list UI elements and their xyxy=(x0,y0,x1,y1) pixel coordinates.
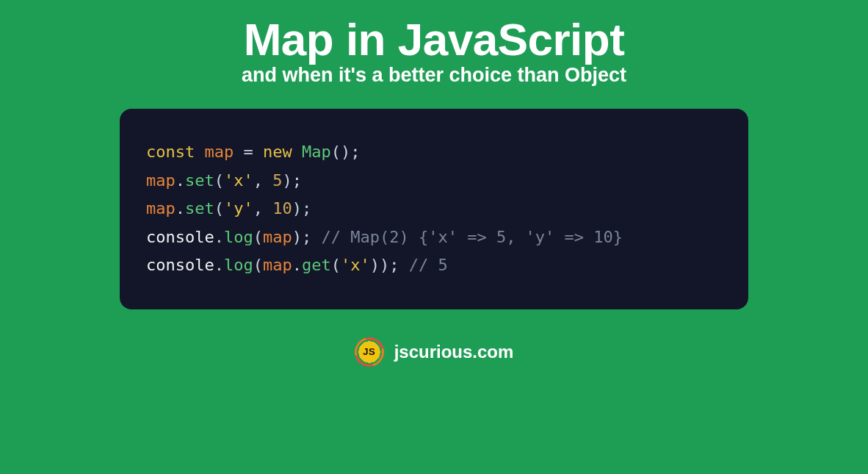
code-line-4: console.log(map); // Map(2) {'x' => 5, '… xyxy=(146,223,722,252)
token-set: set xyxy=(185,199,214,218)
token-dot: . xyxy=(214,228,224,246)
token-comment-map2: // Map(2) {'x' => 5, 'y' => 10} xyxy=(321,228,623,246)
page-subtitle: and when it's a better choice than Objec… xyxy=(242,64,626,87)
token-close: ); xyxy=(283,171,303,190)
token-open: ( xyxy=(253,256,263,274)
token-close: ); xyxy=(380,256,409,274)
token-open: ( xyxy=(253,228,263,246)
logo-text: JS xyxy=(363,346,375,357)
token-set: set xyxy=(185,171,214,190)
token-str-y: 'y' xyxy=(224,199,253,218)
token-comma: , xyxy=(253,171,273,190)
token-parens: (); xyxy=(331,143,361,161)
footer: JS jscurious.com xyxy=(355,337,514,367)
token-comment-5: // 5 xyxy=(409,256,448,274)
token-const: const xyxy=(146,143,195,161)
token-str-x: 'x' xyxy=(341,256,370,274)
token-map: map xyxy=(146,199,176,218)
token-open2: ( xyxy=(331,256,341,274)
token-open: ( xyxy=(214,199,224,218)
token-close2: ) xyxy=(370,256,380,274)
code-line-2: map.set('x', 5); xyxy=(146,167,722,195)
token-dot: . xyxy=(176,199,185,218)
token-eq: = xyxy=(234,143,263,161)
token-dot: . xyxy=(214,256,224,274)
token-map-arg: map xyxy=(263,256,292,274)
token-num-10: 10 xyxy=(272,199,292,218)
token-console: console xyxy=(146,256,214,274)
code-line-3: map.set('y', 10); xyxy=(146,195,722,223)
site-name: jscurious.com xyxy=(394,342,514,362)
token-Map-class: Map xyxy=(302,143,331,161)
token-new: new xyxy=(263,143,292,161)
token-map-var: map xyxy=(204,143,234,161)
token-map-arg: map xyxy=(263,228,292,246)
token-log: log xyxy=(224,228,253,246)
token-comma: , xyxy=(253,199,273,218)
token-num-5: 5 xyxy=(272,171,282,190)
token-get: get xyxy=(302,256,331,274)
token-close: ); xyxy=(292,228,322,246)
token-map: map xyxy=(146,171,176,190)
code-line-1: const map = new Map(); xyxy=(146,138,722,167)
token-dot: . xyxy=(292,256,302,274)
token-dot: . xyxy=(176,171,185,190)
token-log: log xyxy=(224,256,253,274)
token-open: ( xyxy=(214,171,224,190)
code-line-5: console.log(map.get('x')); // 5 xyxy=(146,251,722,280)
js-logo-icon: JS xyxy=(355,337,384,367)
page-title: Map in JavaScript xyxy=(244,13,625,65)
token-str-x: 'x' xyxy=(224,171,253,190)
code-snippet: const map = new Map(); map.set('x', 5); … xyxy=(120,109,748,309)
token-close: ); xyxy=(292,199,312,218)
token-console: console xyxy=(146,228,214,246)
